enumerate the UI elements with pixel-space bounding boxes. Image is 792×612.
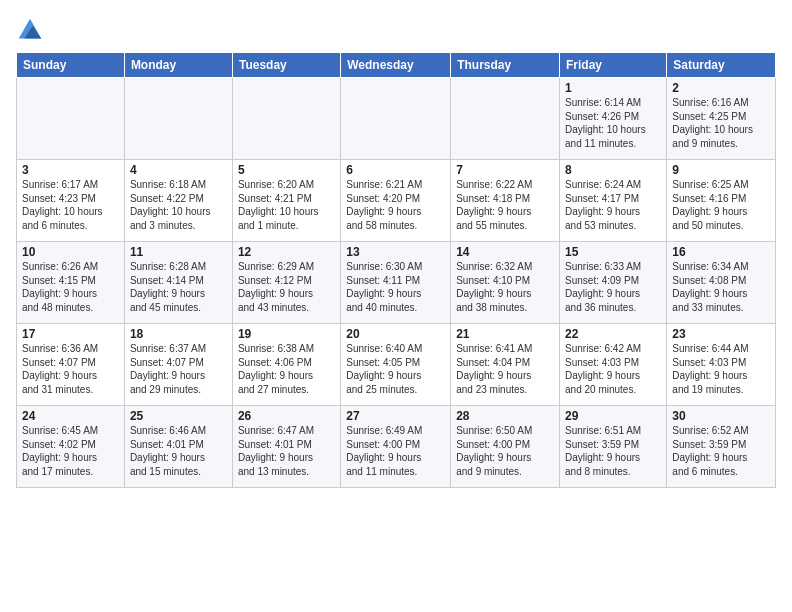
header: [16, 16, 776, 44]
logo-icon: [16, 16, 44, 44]
day-number: 24: [22, 409, 119, 423]
day-cell: 26Sunrise: 6:47 AMSunset: 4:01 PMDayligh…: [232, 406, 340, 488]
day-number: 15: [565, 245, 661, 259]
day-info: Sunrise: 6:28 AMSunset: 4:14 PMDaylight:…: [130, 260, 227, 314]
day-info: Sunrise: 6:32 AMSunset: 4:10 PMDaylight:…: [456, 260, 554, 314]
day-cell: [451, 78, 560, 160]
day-info: Sunrise: 6:24 AMSunset: 4:17 PMDaylight:…: [565, 178, 661, 232]
day-info: Sunrise: 6:47 AMSunset: 4:01 PMDaylight:…: [238, 424, 335, 478]
day-number: 18: [130, 327, 227, 341]
day-cell: 30Sunrise: 6:52 AMSunset: 3:59 PMDayligh…: [667, 406, 776, 488]
day-number: 2: [672, 81, 770, 95]
col-monday: Monday: [124, 53, 232, 78]
col-tuesday: Tuesday: [232, 53, 340, 78]
day-number: 16: [672, 245, 770, 259]
day-info: Sunrise: 6:25 AMSunset: 4:16 PMDaylight:…: [672, 178, 770, 232]
day-info: Sunrise: 6:33 AMSunset: 4:09 PMDaylight:…: [565, 260, 661, 314]
day-cell: 14Sunrise: 6:32 AMSunset: 4:10 PMDayligh…: [451, 242, 560, 324]
day-cell: 20Sunrise: 6:40 AMSunset: 4:05 PMDayligh…: [341, 324, 451, 406]
day-cell: 22Sunrise: 6:42 AMSunset: 4:03 PMDayligh…: [560, 324, 667, 406]
day-cell: 10Sunrise: 6:26 AMSunset: 4:15 PMDayligh…: [17, 242, 125, 324]
day-number: 12: [238, 245, 335, 259]
day-cell: [124, 78, 232, 160]
col-sunday: Sunday: [17, 53, 125, 78]
day-cell: 17Sunrise: 6:36 AMSunset: 4:07 PMDayligh…: [17, 324, 125, 406]
day-info: Sunrise: 6:14 AMSunset: 4:26 PMDaylight:…: [565, 96, 661, 150]
day-cell: 21Sunrise: 6:41 AMSunset: 4:04 PMDayligh…: [451, 324, 560, 406]
day-info: Sunrise: 6:46 AMSunset: 4:01 PMDaylight:…: [130, 424, 227, 478]
day-number: 20: [346, 327, 445, 341]
day-info: Sunrise: 6:20 AMSunset: 4:21 PMDaylight:…: [238, 178, 335, 232]
day-number: 1: [565, 81, 661, 95]
calendar: Sunday Monday Tuesday Wednesday Thursday…: [16, 52, 776, 488]
day-number: 11: [130, 245, 227, 259]
day-number: 10: [22, 245, 119, 259]
day-info: Sunrise: 6:26 AMSunset: 4:15 PMDaylight:…: [22, 260, 119, 314]
day-number: 19: [238, 327, 335, 341]
logo: [16, 16, 46, 44]
day-number: 29: [565, 409, 661, 423]
day-cell: 24Sunrise: 6:45 AMSunset: 4:02 PMDayligh…: [17, 406, 125, 488]
day-info: Sunrise: 6:18 AMSunset: 4:22 PMDaylight:…: [130, 178, 227, 232]
day-info: Sunrise: 6:16 AMSunset: 4:25 PMDaylight:…: [672, 96, 770, 150]
day-info: Sunrise: 6:38 AMSunset: 4:06 PMDaylight:…: [238, 342, 335, 396]
day-cell: 28Sunrise: 6:50 AMSunset: 4:00 PMDayligh…: [451, 406, 560, 488]
day-cell: 5Sunrise: 6:20 AMSunset: 4:21 PMDaylight…: [232, 160, 340, 242]
day-info: Sunrise: 6:49 AMSunset: 4:00 PMDaylight:…: [346, 424, 445, 478]
week-row-5: 24Sunrise: 6:45 AMSunset: 4:02 PMDayligh…: [17, 406, 776, 488]
col-wednesday: Wednesday: [341, 53, 451, 78]
day-cell: 15Sunrise: 6:33 AMSunset: 4:09 PMDayligh…: [560, 242, 667, 324]
calendar-header: Sunday Monday Tuesday Wednesday Thursday…: [17, 53, 776, 78]
day-cell: [341, 78, 451, 160]
day-info: Sunrise: 6:52 AMSunset: 3:59 PMDaylight:…: [672, 424, 770, 478]
day-info: Sunrise: 6:37 AMSunset: 4:07 PMDaylight:…: [130, 342, 227, 396]
week-row-4: 17Sunrise: 6:36 AMSunset: 4:07 PMDayligh…: [17, 324, 776, 406]
day-cell: 23Sunrise: 6:44 AMSunset: 4:03 PMDayligh…: [667, 324, 776, 406]
week-row-2: 3Sunrise: 6:17 AMSunset: 4:23 PMDaylight…: [17, 160, 776, 242]
day-number: 3: [22, 163, 119, 177]
day-number: 13: [346, 245, 445, 259]
day-cell: 4Sunrise: 6:18 AMSunset: 4:22 PMDaylight…: [124, 160, 232, 242]
day-cell: 1Sunrise: 6:14 AMSunset: 4:26 PMDaylight…: [560, 78, 667, 160]
day-cell: 7Sunrise: 6:22 AMSunset: 4:18 PMDaylight…: [451, 160, 560, 242]
day-number: 28: [456, 409, 554, 423]
day-number: 30: [672, 409, 770, 423]
day-number: 6: [346, 163, 445, 177]
day-cell: 11Sunrise: 6:28 AMSunset: 4:14 PMDayligh…: [124, 242, 232, 324]
day-info: Sunrise: 6:45 AMSunset: 4:02 PMDaylight:…: [22, 424, 119, 478]
day-info: Sunrise: 6:30 AMSunset: 4:11 PMDaylight:…: [346, 260, 445, 314]
day-cell: 9Sunrise: 6:25 AMSunset: 4:16 PMDaylight…: [667, 160, 776, 242]
day-cell: 29Sunrise: 6:51 AMSunset: 3:59 PMDayligh…: [560, 406, 667, 488]
day-info: Sunrise: 6:42 AMSunset: 4:03 PMDaylight:…: [565, 342, 661, 396]
day-info: Sunrise: 6:44 AMSunset: 4:03 PMDaylight:…: [672, 342, 770, 396]
day-cell: 25Sunrise: 6:46 AMSunset: 4:01 PMDayligh…: [124, 406, 232, 488]
day-number: 8: [565, 163, 661, 177]
day-cell: [232, 78, 340, 160]
day-cell: 19Sunrise: 6:38 AMSunset: 4:06 PMDayligh…: [232, 324, 340, 406]
weekday-row: Sunday Monday Tuesday Wednesday Thursday…: [17, 53, 776, 78]
calendar-body: 1Sunrise: 6:14 AMSunset: 4:26 PMDaylight…: [17, 78, 776, 488]
col-thursday: Thursday: [451, 53, 560, 78]
day-info: Sunrise: 6:51 AMSunset: 3:59 PMDaylight:…: [565, 424, 661, 478]
day-number: 25: [130, 409, 227, 423]
day-number: 23: [672, 327, 770, 341]
day-number: 5: [238, 163, 335, 177]
day-number: 17: [22, 327, 119, 341]
day-info: Sunrise: 6:17 AMSunset: 4:23 PMDaylight:…: [22, 178, 119, 232]
day-cell: 6Sunrise: 6:21 AMSunset: 4:20 PMDaylight…: [341, 160, 451, 242]
page: Sunday Monday Tuesday Wednesday Thursday…: [0, 0, 792, 496]
day-number: 4: [130, 163, 227, 177]
day-info: Sunrise: 6:21 AMSunset: 4:20 PMDaylight:…: [346, 178, 445, 232]
week-row-3: 10Sunrise: 6:26 AMSunset: 4:15 PMDayligh…: [17, 242, 776, 324]
day-info: Sunrise: 6:41 AMSunset: 4:04 PMDaylight:…: [456, 342, 554, 396]
day-cell: 13Sunrise: 6:30 AMSunset: 4:11 PMDayligh…: [341, 242, 451, 324]
col-friday: Friday: [560, 53, 667, 78]
day-number: 26: [238, 409, 335, 423]
day-cell: 27Sunrise: 6:49 AMSunset: 4:00 PMDayligh…: [341, 406, 451, 488]
day-info: Sunrise: 6:29 AMSunset: 4:12 PMDaylight:…: [238, 260, 335, 314]
day-cell: [17, 78, 125, 160]
day-cell: 3Sunrise: 6:17 AMSunset: 4:23 PMDaylight…: [17, 160, 125, 242]
day-info: Sunrise: 6:40 AMSunset: 4:05 PMDaylight:…: [346, 342, 445, 396]
day-cell: 12Sunrise: 6:29 AMSunset: 4:12 PMDayligh…: [232, 242, 340, 324]
day-cell: 8Sunrise: 6:24 AMSunset: 4:17 PMDaylight…: [560, 160, 667, 242]
